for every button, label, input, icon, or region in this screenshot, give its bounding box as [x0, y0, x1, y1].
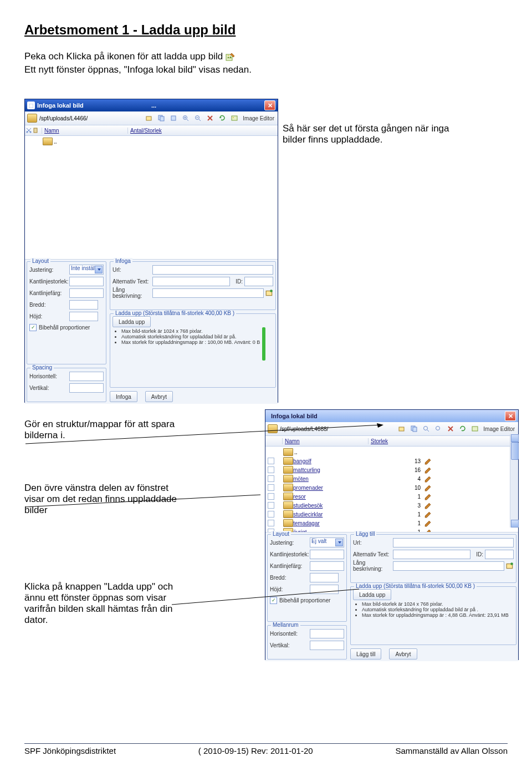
bibehall-checkbox[interactable]: ✓Bibehåll proportioner: [29, 322, 104, 332]
list-item[interactable]: övrigt1: [267, 527, 517, 532]
avbryt-button[interactable]: Avbryt: [389, 648, 417, 660]
long-input[interactable]: [152, 288, 264, 298]
dialog-infoga-1: ⬚ Infoga lokal bild ... ✕ /spf/uploads/L…: [24, 99, 278, 403]
browse-icon[interactable]: [265, 289, 273, 297]
edit-icon[interactable]: [424, 457, 432, 465]
url-input[interactable]: [152, 265, 273, 275]
file-list: ..: [25, 136, 278, 260]
ladda-upp-button[interactable]: Ladda upp: [353, 589, 391, 600]
window-title: Infoga lokal bild ...: [37, 102, 264, 109]
icon-imgedit[interactable]: [229, 113, 239, 123]
image-editor-label[interactable]: Image Editor: [482, 426, 516, 432]
list-item[interactable]: bangolf13: [267, 456, 517, 465]
kantstorlek-input[interactable]: [69, 277, 104, 286]
edit-icon[interactable]: [424, 519, 432, 527]
image-editor-label[interactable]: Image Editor: [242, 115, 275, 121]
list-header: Namn Antal/Storlek: [25, 125, 278, 136]
icon-paste[interactable]: [273, 438, 279, 444]
edit-icon[interactable]: [424, 510, 432, 518]
icon-copy[interactable]: [409, 424, 419, 434]
svg-rect-15: [232, 116, 237, 120]
kantfarg-input[interactable]: [69, 288, 104, 298]
infoga-button[interactable]: Infoga: [110, 391, 137, 402]
icon-cut[interactable]: [26, 128, 32, 133]
svg-point-16: [233, 117, 234, 118]
icon-delete[interactable]: [205, 113, 215, 123]
icon-copy2[interactable]: [168, 113, 178, 123]
bibehall-checkbox[interactable]: ✓Bibehåll proportioner: [270, 595, 344, 605]
icon-refresh[interactable]: [458, 424, 468, 434]
upload-image-icon: [226, 52, 236, 62]
bredd-input[interactable]: [310, 573, 339, 582]
titlebar[interactable]: ⬚ Infoga lokal bild ... ✕: [25, 99, 278, 111]
icon-cut[interactable]: [267, 438, 272, 444]
list-item[interactable]: studiecirklar1: [267, 510, 517, 519]
edit-icon[interactable]: [424, 493, 432, 500]
vert-input[interactable]: [69, 383, 104, 393]
horis-input[interactable]: [310, 629, 344, 638]
url-input[interactable]: [393, 538, 514, 547]
col-size[interactable]: Storlek: [368, 438, 421, 444]
edit-icon[interactable]: [424, 466, 432, 474]
path-text: /spf/uploads/L4466/: [39, 115, 88, 121]
svg-point-27: [424, 427, 428, 430]
svg-rect-32: [472, 427, 478, 431]
browse-icon[interactable]: [506, 562, 514, 570]
list-item[interactable]: temadagar1: [267, 519, 517, 527]
edit-icon[interactable]: [424, 484, 432, 491]
close-button[interactable]: ✕: [264, 100, 275, 110]
panel-infoga: Infoga Url: Alternativ Text:ID: Lång bes…: [110, 261, 276, 310]
close-button[interactable]: ✕: [505, 411, 516, 421]
icon-zoom-out[interactable]: [193, 113, 203, 123]
list-item-up[interactable]: ..: [26, 137, 277, 146]
icon-zoom-in[interactable]: [181, 113, 191, 123]
icon-delete[interactable]: [446, 424, 456, 434]
ladda-upp-button[interactable]: Ladda upp: [112, 316, 151, 327]
vert-input[interactable]: [310, 641, 344, 650]
id-input[interactable]: [244, 277, 273, 286]
edit-icon[interactable]: [424, 528, 432, 532]
list-item[interactable]: promenader10: [267, 483, 517, 492]
justering-select[interactable]: Inte inställt: [69, 265, 104, 275]
icon-newfolder[interactable]: [397, 424, 407, 434]
icon-imgedit[interactable]: [470, 424, 480, 434]
alt-input[interactable]: [393, 550, 470, 559]
icon-zoom-in[interactable]: [421, 424, 431, 434]
avbryt-button[interactable]: Avbryt: [145, 391, 173, 402]
icon-copy[interactable]: [156, 113, 166, 123]
col-size[interactable]: Antal/Storlek: [127, 128, 278, 134]
bredd-input[interactable]: [69, 300, 98, 310]
icon-refresh[interactable]: [217, 113, 227, 123]
infoga-button[interactable]: Lägg till: [350, 648, 381, 660]
titlebar[interactable]: Infoga lokal bild ✕: [265, 410, 518, 422]
col-name[interactable]: Namn: [282, 438, 368, 444]
scrollbar[interactable]: [510, 434, 518, 527]
upload-bullets: Max bild-storlek är 1024 x 768 pixlar. A…: [353, 601, 514, 618]
edit-icon[interactable]: [424, 501, 432, 509]
icon-paste[interactable]: [33, 128, 38, 133]
window-title: Infoga lokal bild: [268, 413, 505, 419]
hojd-input[interactable]: [310, 585, 339, 594]
folder-icon: [283, 519, 293, 527]
col-name[interactable]: Namn: [42, 128, 127, 134]
id-input[interactable]: [485, 550, 514, 559]
list-item[interactable]: möten4: [267, 474, 517, 483]
long-input[interactable]: [393, 561, 504, 571]
kantstorlek-input[interactable]: [310, 550, 344, 559]
svg-rect-21: [34, 128, 37, 133]
hojd-input[interactable]: [69, 312, 98, 321]
icon-zoom-out[interactable]: [433, 424, 443, 434]
folder-icon: [283, 466, 293, 474]
list-item[interactable]: mattcurling16: [267, 465, 517, 474]
justering-select[interactable]: Ej valt: [310, 537, 344, 547]
alt-input[interactable]: [152, 277, 230, 286]
list-item-up[interactable]: ..: [267, 448, 517, 456]
folder-icon: [43, 138, 53, 145]
icon-newfolder[interactable]: [144, 113, 154, 123]
note-upper-left: Den övre vänstra delen av fönstret visar…: [24, 483, 191, 516]
list-item[interactable]: studiebesök3: [267, 501, 517, 510]
horis-input[interactable]: [69, 372, 104, 381]
list-item[interactable]: resor1: [267, 492, 517, 501]
edit-icon[interactable]: [424, 475, 432, 483]
kantfarg-input[interactable]: [310, 561, 344, 571]
